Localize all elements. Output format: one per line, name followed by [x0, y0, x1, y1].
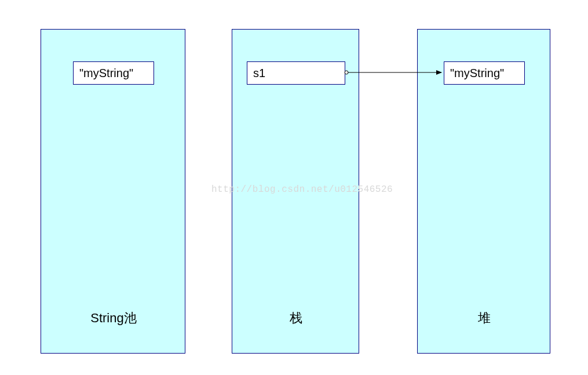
region-string-pool: "myString" String池	[41, 29, 185, 354]
node-stack-s1: s1	[247, 61, 345, 85]
region-stack: s1 栈	[232, 29, 359, 354]
label-heap: 堆	[418, 310, 551, 327]
label-stack: 栈	[232, 310, 360, 327]
node-heap-value: "myString"	[444, 61, 525, 85]
node-string-pool-value: "myString"	[73, 61, 154, 85]
region-heap: "myString" 堆	[417, 29, 550, 354]
label-string-pool: String池	[41, 310, 186, 327]
